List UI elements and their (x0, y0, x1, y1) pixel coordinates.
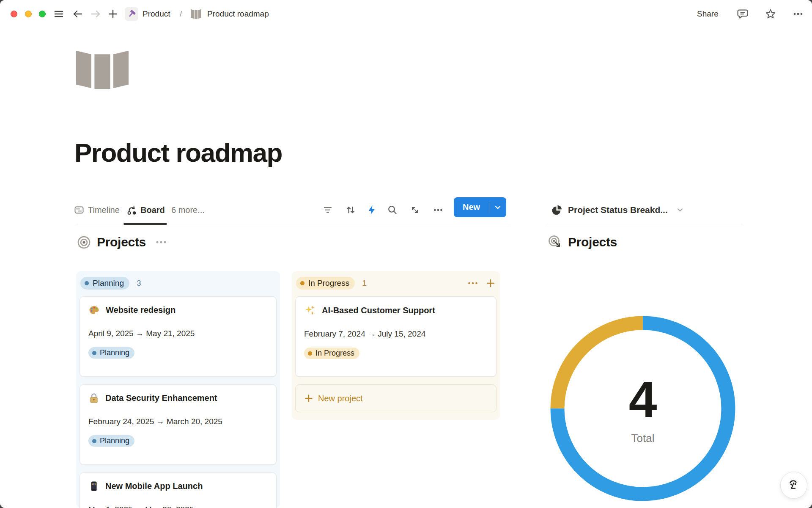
zoom-window-button[interactable] (39, 11, 46, 17)
status-tag: In Progress (304, 348, 359, 359)
board-column-planning: Planning 3 Website redesign April 9, 202… (76, 271, 280, 508)
board-icon (127, 205, 137, 215)
favorite-star-icon[interactable] (765, 8, 776, 20)
column-add-icon[interactable] (486, 278, 496, 288)
forward-arrow-icon[interactable] (90, 8, 102, 20)
pie-chart-icon (551, 204, 562, 216)
timeline-icon (74, 205, 84, 215)
page-title[interactable]: Product roadmap (74, 138, 282, 168)
column-count: 1 (362, 279, 367, 288)
tab-board[interactable]: Board (127, 198, 165, 222)
more-options-icon[interactable] (792, 8, 804, 20)
card-date-range: February 7, 2024 → July 15, 2024 (304, 329, 488, 339)
card-date-range: February 24, 2025 → March 20, 2025 (88, 417, 268, 426)
share-button[interactable]: Share (697, 9, 719, 19)
notion-ai-face-icon (787, 478, 801, 492)
chart-view-title: Project Status Breakd... (568, 205, 668, 215)
status-dot (92, 439, 96, 443)
view-more-icon[interactable] (432, 198, 444, 222)
status-label: In Progress (308, 279, 349, 288)
plus-icon (304, 394, 313, 403)
map-icon (190, 9, 202, 19)
new-tab-plus-icon[interactable] (107, 8, 118, 19)
target-link-icon (548, 235, 562, 249)
expand-icon[interactable] (409, 198, 420, 222)
lock-icon (88, 392, 99, 404)
status-pill-in-progress[interactable]: In Progress (296, 277, 355, 290)
sidebar-menu-icon[interactable] (53, 8, 64, 19)
project-card[interactable]: Data Security Enhancement February 24, 2… (80, 384, 277, 465)
tab-label: 6 more... (171, 205, 205, 215)
comments-icon[interactable] (737, 8, 749, 20)
status-dot (85, 281, 89, 285)
divider (546, 225, 743, 225)
status-label: Planning (93, 279, 124, 288)
new-project-button[interactable]: New project (295, 384, 497, 412)
tab-timeline[interactable]: Timeline (74, 198, 120, 222)
mobile-phone-icon (88, 480, 99, 492)
tab-label: Board (140, 205, 165, 215)
breadcrumb-page-label[interactable]: Product roadmap (207, 9, 269, 19)
status-dot (300, 281, 304, 285)
database-title[interactable]: Projects (568, 235, 617, 249)
sparkles-icon (304, 304, 316, 316)
card-title: Data Security Enhancement (105, 393, 217, 403)
card-title: New Mobile App Launch (105, 481, 203, 491)
project-card[interactable]: Website redesign April 9, 2025 → May 21,… (80, 296, 277, 377)
palette-icon (88, 304, 100, 316)
status-tag: Planning (88, 347, 134, 359)
column-header: Planning 3 (80, 275, 276, 291)
search-icon[interactable] (387, 198, 398, 222)
project-card[interactable]: New Mobile App Launch May 1, 2025 → May … (80, 472, 277, 508)
map-icon (76, 50, 129, 89)
chevron-down-icon (676, 206, 684, 214)
back-arrow-icon[interactable] (72, 8, 84, 20)
new-dropdown-button[interactable] (489, 203, 506, 212)
chart-section-header: Projects (548, 233, 617, 251)
board-column-in-progress: In Progress 1 AI-Based Customer Support … (292, 271, 500, 420)
card-date-range: May 1, 2025 → May 30, 2025 (88, 505, 268, 508)
column-count: 3 (137, 279, 141, 288)
column-more-icon[interactable] (467, 280, 478, 287)
status-dot (308, 351, 312, 356)
active-tab-underline (123, 223, 167, 225)
project-card[interactable]: AI-Based Customer Support February 7, 20… (295, 296, 497, 377)
target-icon (77, 236, 91, 249)
topbar: Product / Product roadmap Share (0, 0, 812, 28)
notion-ai-button[interactable] (780, 472, 807, 499)
tab-label: Timeline (88, 205, 120, 215)
hammer-icon (126, 9, 137, 19)
new-button-group: New (454, 197, 506, 217)
status-dot (92, 351, 96, 355)
breadcrumb-root-link[interactable] (125, 7, 138, 21)
breadcrumb-separator: / (180, 9, 182, 19)
card-title: AI-Based Customer Support (322, 306, 435, 315)
tab-more-views[interactable]: 6 more... (171, 198, 205, 222)
close-window-button[interactable] (11, 11, 17, 17)
card-date-range: April 9, 2025 → May 21, 2025 (88, 329, 268, 338)
new-project-label: New project (318, 394, 363, 403)
section-more-icon[interactable] (155, 239, 167, 246)
chart-view-dropdown[interactable]: Project Status Breakd... (551, 198, 684, 222)
board-section-header: Projects (77, 233, 167, 251)
divider (76, 225, 510, 225)
status-tag: Planning (88, 435, 134, 447)
filter-icon[interactable] (323, 198, 333, 222)
notion-window: Product / Product roadmap Share Product … (0, 0, 812, 508)
card-title: Website redesign (106, 305, 176, 315)
chevron-down-icon (494, 203, 502, 212)
status-pill-planning[interactable]: Planning (80, 277, 129, 290)
minimize-window-button[interactable] (25, 11, 32, 17)
column-header: In Progress 1 (296, 275, 496, 291)
status-donut-chart: 4 Total (546, 312, 739, 505)
automation-bolt-icon[interactable] (366, 198, 377, 222)
breadcrumb-root-label[interactable]: Product (143, 9, 170, 19)
donut-svg (546, 312, 739, 505)
page-icon-map[interactable] (76, 50, 129, 89)
database-title[interactable]: Projects (97, 235, 146, 249)
sort-icon[interactable] (345, 198, 356, 222)
new-button[interactable]: New (454, 202, 489, 212)
